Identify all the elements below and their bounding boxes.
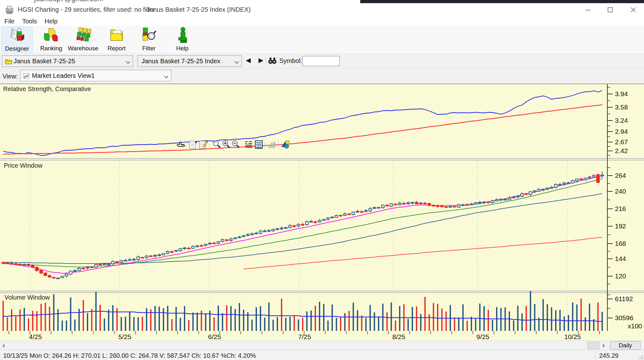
index-dropdown[interactable]: Janus Basket 7-25-25 Index bbox=[137, 55, 242, 67]
hgsi-charting-window: 3.943.583.242.942.672.422642402161921681… bbox=[0, 0, 644, 360]
svg-text:61192: 61192 bbox=[615, 295, 633, 302]
main-toolbar: Designer Ranking bbox=[0, 26, 644, 54]
basket-dropdown[interactable]: Janus Basket 7-25-25 bbox=[2, 55, 133, 67]
minimize-icon bbox=[585, 6, 592, 13]
view-label: View: bbox=[3, 73, 18, 80]
divider bbox=[595, 351, 596, 359]
document-title: Janus Basket 7-25-25 Index (INDEX) bbox=[147, 6, 251, 13]
basket-dropdown-value: Janus Basket 7-25-25 bbox=[14, 58, 75, 65]
warehouse-icon bbox=[74, 27, 92, 44]
svg-text:5/25: 5/25 bbox=[118, 333, 131, 340]
analysis-button-disabled bbox=[267, 140, 277, 149]
svg-text:6/25: 6/25 bbox=[208, 333, 221, 340]
menu-file[interactable]: File bbox=[4, 18, 15, 25]
chevron-down-icon bbox=[234, 59, 239, 64]
index-dropdown-value: Janus Basket 7-25-25 Index bbox=[142, 58, 220, 65]
help-label: Help bbox=[176, 45, 188, 52]
zoom-out-button[interactable] bbox=[231, 140, 240, 149]
filter-button[interactable]: Filter bbox=[135, 27, 163, 53]
svg-text:3.94: 3.94 bbox=[615, 90, 628, 97]
designer-icon bbox=[9, 27, 25, 45]
svg-text:264: 264 bbox=[615, 172, 626, 179]
pointer-tool-button[interactable] bbox=[176, 140, 185, 149]
svg-text:9/25: 9/25 bbox=[477, 333, 489, 340]
status-value: 245.29 bbox=[599, 352, 618, 359]
report-icon bbox=[108, 27, 125, 44]
report-label: Report bbox=[107, 45, 125, 52]
close-button[interactable] bbox=[623, 4, 643, 16]
maximize-button[interactable] bbox=[600, 4, 620, 16]
ranking-button[interactable]: Ranking bbox=[36, 27, 66, 53]
svg-text:3.58: 3.58 bbox=[615, 103, 628, 111]
menu-help[interactable]: Help bbox=[45, 18, 58, 25]
zoom-in-icon bbox=[221, 140, 231, 149]
horizontal-scrollbar[interactable]: ‹ › Daily bbox=[0, 340, 644, 350]
chevron-down-icon bbox=[125, 59, 130, 64]
divider bbox=[265, 140, 265, 149]
close-icon bbox=[630, 6, 637, 13]
previous-security-button[interactable]: ◀ bbox=[246, 56, 251, 64]
status-bar: 10/13/25 Mon O: 264.26 H: 270.01 L: 260.… bbox=[0, 350, 644, 360]
warehouse-label: Warehouse bbox=[68, 45, 98, 52]
scroll-left-button[interactable]: ‹ bbox=[3, 341, 5, 350]
svg-text:x100: x100 bbox=[628, 322, 642, 330]
background-window-strip: jsameup7@gmail.com bbox=[0, 0, 644, 3]
view-toolbar: View: Market Leaders View1 bbox=[0, 68, 644, 84]
symbol-label: Symbol: bbox=[279, 57, 302, 65]
indicators-button[interactable] bbox=[244, 140, 253, 149]
properties-button[interactable] bbox=[188, 140, 198, 149]
help-button[interactable]: Help bbox=[168, 27, 197, 53]
svg-text:3.24: 3.24 bbox=[615, 117, 628, 124]
next-security-button[interactable]: ▶ bbox=[258, 56, 263, 64]
svg-text:2.67: 2.67 bbox=[615, 138, 628, 146]
symbol-input[interactable] bbox=[302, 56, 340, 66]
shapes-icon bbox=[281, 140, 290, 149]
svg-text:240: 240 bbox=[615, 188, 626, 195]
menu-bar: File Tools Help bbox=[0, 16, 644, 26]
report-button[interactable]: Report bbox=[102, 27, 131, 53]
binoculars-icon[interactable] bbox=[268, 56, 277, 65]
ohlc-status-text: 10/13/25 Mon O: 264.26 H: 270.01 L: 260.… bbox=[3, 352, 256, 359]
divider bbox=[278, 140, 278, 149]
svg-text:120: 120 bbox=[615, 272, 626, 280]
svg-text:2.94: 2.94 bbox=[615, 128, 628, 135]
resize-grip[interactable] bbox=[638, 354, 643, 359]
view-dropdown-value: Market Leaders View1 bbox=[32, 72, 95, 79]
scroll-right-button[interactable]: › bbox=[602, 341, 605, 350]
view-dropdown[interactable]: Market Leaders View1 bbox=[20, 70, 171, 81]
minimize-button[interactable] bbox=[578, 4, 598, 16]
timeframe-button[interactable]: Daily bbox=[610, 341, 641, 350]
layout-shapes-button[interactable] bbox=[281, 140, 290, 149]
menu-tools[interactable]: Tools bbox=[22, 18, 37, 25]
data-list-icon bbox=[254, 140, 264, 149]
warehouse-button[interactable]: Warehouse bbox=[67, 27, 99, 53]
chart-view-icon bbox=[23, 73, 29, 79]
bar-chart-disabled-icon bbox=[267, 140, 277, 149]
maximize-icon bbox=[607, 6, 614, 13]
folder-icon bbox=[5, 58, 12, 65]
edit-form-icon bbox=[198, 140, 208, 149]
price-pane-label: Price Window bbox=[4, 162, 42, 169]
title-bar: HGSI Charting - 29 securities, filter us… bbox=[0, 3, 644, 16]
filter-label: Filter bbox=[142, 45, 155, 52]
ranking-label: Ranking bbox=[40, 45, 62, 52]
zoom-tool-button[interactable] bbox=[212, 140, 221, 149]
window-title: HGSI Charting - 29 securities, filter us… bbox=[18, 6, 155, 13]
divider bbox=[265, 56, 266, 66]
scrollbar-thumb[interactable] bbox=[588, 342, 599, 349]
designer-label: Designer bbox=[5, 45, 29, 52]
zoom-out-icon bbox=[231, 140, 240, 149]
background-window-text: jsameup7@gmail.com bbox=[34, 0, 103, 3]
background-window-dark-area bbox=[360, 0, 644, 3]
edit-view-button[interactable] bbox=[198, 140, 208, 149]
data-table-button[interactable] bbox=[254, 140, 264, 149]
svg-text:8/25: 8/25 bbox=[392, 333, 405, 340]
divider bbox=[186, 140, 186, 149]
zoom-in-button[interactable] bbox=[221, 140, 231, 149]
ranking-icon bbox=[43, 27, 59, 44]
svg-text:192: 192 bbox=[615, 222, 626, 230]
designer-button[interactable]: Designer bbox=[1, 27, 33, 53]
chevron-down-icon bbox=[164, 74, 168, 78]
divider bbox=[209, 140, 210, 149]
svg-text:2.42: 2.42 bbox=[615, 147, 628, 154]
